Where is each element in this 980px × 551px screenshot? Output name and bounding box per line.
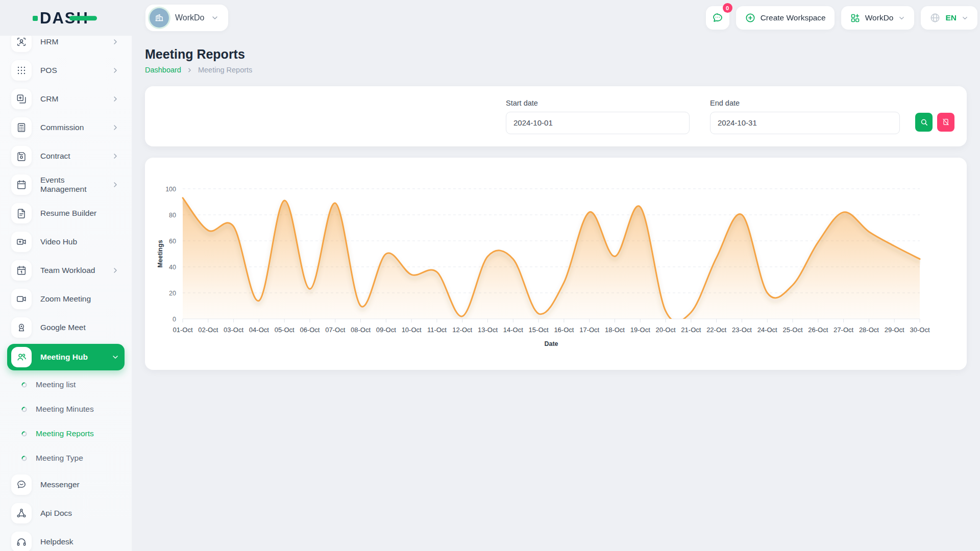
breadcrumb-dashboard-link[interactable]: Dashboard xyxy=(145,66,181,74)
sidebar-item-google-meet[interactable]: Google Meet xyxy=(7,315,125,340)
sidebar-item-label: Commission xyxy=(40,123,111,132)
main-content: Meeting Reports Dashboard Meeting Report… xyxy=(132,36,980,370)
sidebar-item-label: Team Workload xyxy=(40,266,111,275)
sidebar-item-messenger[interactable]: Messenger xyxy=(7,472,125,497)
helpdesk-icon xyxy=(11,532,32,551)
end-date-group: End date xyxy=(710,99,900,134)
messenger-icon xyxy=(11,474,32,495)
workspace-menu-button[interactable]: WorkDo xyxy=(841,6,915,30)
globe-icon xyxy=(929,12,941,23)
logo-square-icon xyxy=(33,16,38,21)
progress-ring-icon xyxy=(20,430,28,438)
create-workspace-label: Create Workspace xyxy=(761,13,826,22)
top-header: DASH WorkDo 0 Create Workspace xyxy=(0,0,980,36)
sidebar-item-hrm[interactable]: HRM xyxy=(7,36,125,54)
contract-icon xyxy=(11,146,32,166)
workspace-switcher[interactable]: WorkDo xyxy=(145,5,228,31)
sidebar-item-zoom-meeting[interactable]: Zoom Meeting xyxy=(7,287,125,311)
team-workload-icon xyxy=(11,260,32,281)
plus-circle-icon xyxy=(745,12,756,23)
chevron-right-icon xyxy=(111,266,119,274)
svg-text:02-Oct: 02-Oct xyxy=(198,326,218,334)
sidebar-subitem-meeting-reports[interactable]: Meeting Reports xyxy=(7,423,125,444)
sidebar-item-label: Api Docs xyxy=(40,509,119,518)
svg-text:Date: Date xyxy=(544,340,558,347)
svg-text:15-Oct: 15-Oct xyxy=(529,326,549,334)
workspace-name: WorkDo xyxy=(175,13,205,22)
breadcrumb-current: Meeting Reports xyxy=(198,66,252,74)
sidebar-item-team-workload[interactable]: Team Workload xyxy=(7,258,125,283)
sidebar-item-resume-builder[interactable]: Resume Builder xyxy=(7,201,125,226)
sidebar-subitem-meeting-minutes[interactable]: Meeting Minutes xyxy=(7,399,125,419)
chevron-right-icon xyxy=(111,353,119,361)
app-logo: DASH xyxy=(33,10,89,26)
language-selector[interactable]: EN xyxy=(921,6,977,30)
svg-text:17-Oct: 17-Oct xyxy=(579,326,599,334)
svg-text:01-Oct: 01-Oct xyxy=(173,326,192,334)
commission-icon xyxy=(11,117,32,138)
reset-filter-button[interactable] xyxy=(937,113,954,132)
grid-plus-icon xyxy=(850,13,861,23)
svg-text:16-Oct: 16-Oct xyxy=(554,326,574,334)
svg-text:13-Oct: 13-Oct xyxy=(478,326,498,334)
page-title: Meeting Reports xyxy=(145,47,967,62)
start-date-group: Start date xyxy=(506,99,690,134)
svg-text:29-Oct: 29-Oct xyxy=(885,326,904,334)
svg-text:08-Oct: 08-Oct xyxy=(351,326,371,334)
meetings-chart-card: 02040608010001-Oct02-Oct03-Oct04-Oct05-O… xyxy=(145,158,967,370)
svg-text:03-Oct: 03-Oct xyxy=(224,326,243,334)
sidebar-subitem-meeting-type[interactable]: Meeting Type xyxy=(7,448,125,468)
sidebar-subitem-meeting-list[interactable]: Meeting list xyxy=(7,374,125,395)
sidebar-item-helpdesk[interactable]: Helpdesk xyxy=(7,530,125,551)
svg-text:19-Oct: 19-Oct xyxy=(630,326,650,334)
progress-ring-icon xyxy=(20,381,28,389)
resume-icon xyxy=(11,203,32,223)
svg-text:09-Oct: 09-Oct xyxy=(376,326,396,334)
apply-filter-button[interactable] xyxy=(915,113,933,132)
sidebar-item-meeting-hub[interactable]: Meeting Hub xyxy=(7,344,125,370)
reset-icon xyxy=(942,118,950,126)
sidebar-subitem-label: Meeting list xyxy=(36,380,76,389)
svg-text:10-Oct: 10-Oct xyxy=(402,326,422,334)
sidebar-item-video-hub[interactable]: Video Hub xyxy=(7,230,125,254)
svg-text:04-Oct: 04-Oct xyxy=(249,326,269,334)
sidebar-item-label: POS xyxy=(40,66,111,75)
svg-text:100: 100 xyxy=(165,186,176,193)
sidebar-item-events-management[interactable]: Events Management xyxy=(7,172,125,197)
sidebar-subitem-label: Meeting Minutes xyxy=(36,405,94,414)
pos-icon xyxy=(11,60,32,81)
sidebar-item-contract[interactable]: Contract xyxy=(7,144,125,168)
sidebar-subitem-label: Meeting Reports xyxy=(36,429,94,438)
end-date-input[interactable] xyxy=(710,112,900,134)
chevron-right-icon xyxy=(111,181,119,189)
start-date-input[interactable] xyxy=(506,112,690,134)
chevron-right-icon xyxy=(186,67,193,73)
svg-text:0: 0 xyxy=(173,316,176,323)
search-icon xyxy=(920,118,928,127)
sidebar-item-commission[interactable]: Commission xyxy=(7,115,125,140)
messages-button[interactable]: 0 xyxy=(706,6,729,30)
svg-text:21-Oct: 21-Oct xyxy=(681,326,701,334)
create-workspace-button[interactable]: Create Workspace xyxy=(736,6,835,30)
video-hub-icon xyxy=(11,232,32,252)
svg-text:20-Oct: 20-Oct xyxy=(656,326,676,334)
start-date-label: Start date xyxy=(506,99,690,107)
sidebar-item-pos[interactable]: POS xyxy=(7,58,125,83)
language-code: EN xyxy=(945,13,957,22)
sidebar-item-label: HRM xyxy=(40,37,111,46)
meetings-area-chart: 02040608010001-Oct02-Oct03-Oct04-Oct05-O… xyxy=(145,158,965,370)
sidebar-item-api-docs[interactable]: Api Docs xyxy=(7,501,125,525)
sidebar-item-label: Google Meet xyxy=(40,323,119,332)
meeting-hub-icon xyxy=(11,347,32,367)
sidebar: HRMPOSCRMCommissionContractEvents Manage… xyxy=(0,36,132,551)
svg-text:40: 40 xyxy=(169,264,176,271)
logo-dash-icon xyxy=(69,16,97,20)
svg-text:14-Oct: 14-Oct xyxy=(503,326,523,334)
svg-text:07-Oct: 07-Oct xyxy=(325,326,345,334)
svg-text:30-Oct: 30-Oct xyxy=(910,326,929,334)
sidebar-item-label: Events Management xyxy=(40,176,111,194)
chevron-right-icon xyxy=(111,123,119,132)
sidebar-item-crm[interactable]: CRM xyxy=(7,87,125,111)
svg-text:12-Oct: 12-Oct xyxy=(452,326,472,334)
svg-text:05-Oct: 05-Oct xyxy=(275,326,295,334)
